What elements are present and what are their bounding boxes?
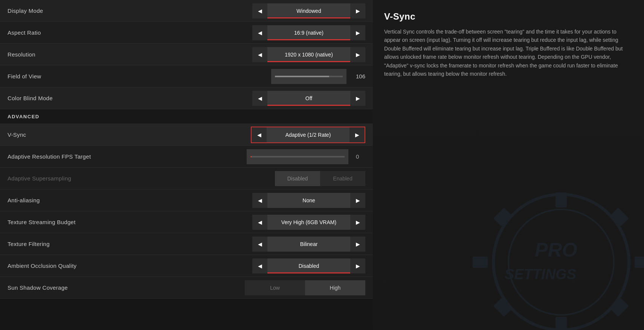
texture-streaming-value: Very High (6GB VRAM) — [267, 215, 350, 230]
color-blind-value: Off — [267, 91, 350, 106]
sun-shadow-row: Sun Shadow Coverage Low High — [0, 277, 373, 299]
adaptive-supersampling-control: Disabled Enabled — [245, 171, 365, 186]
svg-rect-5 — [635, 257, 644, 268]
aspect-ratio-next-btn[interactable]: ▶ — [350, 25, 365, 40]
aspect-ratio-row: Aspect Ratio ◀ 16:9 (native) ▶ — [0, 22, 373, 44]
vsync-prev-btn[interactable]: ◀ — [252, 127, 267, 142]
svg-point-0 — [493, 194, 629, 330]
fov-control: 106 — [245, 69, 365, 84]
ambient-occlusion-label: Ambient Occlusion Quality — [8, 263, 76, 269]
resolution-arrow-control: ◀ 1920 x 1080 (native) ▶ — [252, 47, 365, 62]
anti-aliasing-next-btn[interactable]: ▶ — [350, 193, 365, 208]
display-mode-arrow-control: ◀ Windowed ▶ — [252, 3, 365, 18]
info-panel: V-Sync Vertical Sync controls the trade-… — [373, 0, 644, 330]
aspect-ratio-value: 16:9 (native) — [267, 25, 350, 40]
adaptive-res-slider[interactable] — [247, 149, 348, 164]
svg-rect-2 — [555, 192, 567, 208]
ambient-occlusion-next-btn[interactable]: ▶ — [350, 258, 365, 273]
resolution-prev-btn[interactable]: ◀ — [252, 47, 267, 62]
arrow-left-icon: ◀ — [258, 197, 262, 203]
color-blind-next-btn[interactable]: ▶ — [350, 91, 365, 106]
svg-text:SETTINGS: SETTINGS — [505, 266, 576, 282]
advanced-section-header: ADVANCED — [0, 109, 373, 124]
adaptive-supersampling-label: Adaptive Supersampling — [8, 175, 71, 182]
fov-value: 106 — [350, 73, 365, 79]
arrow-right-icon: ▶ — [356, 30, 360, 36]
fov-row: Field of View 106 — [0, 66, 373, 87]
adaptive-supersampling-disabled-btn[interactable]: Disabled — [275, 171, 320, 186]
adaptive-res-label: Adaptive Resolution FPS Target — [8, 153, 91, 160]
color-blind-control: ◀ Off ▶ — [245, 91, 365, 106]
arrow-left-icon: ◀ — [258, 219, 262, 225]
resolution-control: ◀ 1920 x 1080 (native) ▶ — [245, 47, 365, 62]
pro-settings-watermark: PRO SETTINGS — [467, 187, 644, 330]
fov-track — [275, 76, 343, 77]
display-mode-control: ◀ Windowed ▶ — [245, 3, 365, 18]
adaptive-supersampling-row: Adaptive Supersampling Disabled Enabled — [0, 168, 373, 189]
svg-rect-7 — [610, 208, 629, 226]
texture-filtering-arrow-control: ◀ Bilinear ▶ — [252, 237, 365, 252]
ambient-occlusion-value: Disabled — [267, 258, 350, 273]
arrow-right-icon: ▶ — [356, 197, 360, 203]
ambient-occlusion-prev-btn[interactable]: ◀ — [252, 258, 267, 273]
texture-filtering-next-btn[interactable]: ▶ — [350, 237, 365, 252]
fov-label: Field of View — [8, 73, 41, 79]
color-blind-label: Color Blind Mode — [8, 95, 53, 101]
info-description: Vertical Sync controls the trade-off bet… — [384, 28, 633, 78]
anti-aliasing-value: None — [267, 193, 350, 208]
texture-streaming-label: Texture Streaming Budget — [8, 219, 76, 225]
advanced-section-label: ADVANCED — [8, 114, 40, 119]
arrow-left-icon: ◀ — [258, 52, 262, 58]
resolution-next-btn[interactable]: ▶ — [350, 47, 365, 62]
arrow-left-icon: ◀ — [257, 132, 261, 138]
arrow-right-icon: ▶ — [355, 132, 359, 138]
arrow-right-icon: ▶ — [356, 95, 360, 101]
arrow-left-icon: ◀ — [258, 263, 262, 269]
arrow-right-icon: ▶ — [356, 263, 360, 269]
resolution-label: Resolution — [8, 51, 35, 58]
svg-text:PRO: PRO — [535, 239, 577, 261]
texture-filtering-control: ◀ Bilinear ▶ — [245, 237, 365, 252]
vsync-row: V-Sync ◀ Adaptive (1/2 Rate) ▶ — [0, 124, 373, 146]
sun-shadow-high-btn[interactable]: High — [305, 280, 365, 295]
display-mode-next-btn[interactable]: ▶ — [350, 3, 365, 18]
sun-shadow-low-btn[interactable]: Low — [245, 280, 305, 295]
anti-aliasing-arrow-control: ◀ None ▶ — [252, 193, 365, 208]
texture-filtering-prev-btn[interactable]: ◀ — [252, 237, 267, 252]
arrow-left-icon: ◀ — [258, 241, 262, 247]
texture-streaming-row: Texture Streaming Budget ◀ Very High (6G… — [0, 211, 373, 233]
adaptive-res-fill — [250, 156, 252, 157]
display-mode-row: Display Mode ◀ Windowed ▶ — [0, 0, 373, 22]
texture-streaming-next-btn[interactable]: ▶ — [350, 215, 365, 230]
info-title: V-Sync — [384, 11, 633, 22]
vsync-control: ◀ Adaptive (1/2 Rate) ▶ — [245, 127, 365, 143]
vsync-arrow-control: ◀ Adaptive (1/2 Rate) ▶ — [251, 127, 365, 143]
anti-aliasing-control: ◀ None ▶ — [245, 193, 365, 208]
anti-aliasing-prev-btn[interactable]: ◀ — [252, 193, 267, 208]
aspect-ratio-arrow-control: ◀ 16:9 (native) ▶ — [252, 25, 365, 40]
svg-rect-8 — [493, 298, 512, 316]
vsync-next-btn[interactable]: ▶ — [349, 127, 365, 142]
texture-streaming-prev-btn[interactable]: ◀ — [252, 215, 267, 230]
ambient-occlusion-control: ◀ Disabled ▶ — [245, 258, 365, 273]
color-blind-arrow-control: ◀ Off ▶ — [252, 91, 365, 106]
sun-shadow-label: Sun Shadow Coverage — [8, 284, 68, 291]
adaptive-supersampling-enabled-btn[interactable]: Enabled — [320, 171, 365, 186]
color-blind-prev-btn[interactable]: ◀ — [252, 91, 267, 106]
aspect-ratio-control: ◀ 16:9 (native) ▶ — [245, 25, 365, 40]
adaptive-res-row: Adaptive Resolution FPS Target 0 — [0, 146, 373, 168]
aspect-ratio-prev-btn[interactable]: ◀ — [252, 25, 267, 40]
aspect-ratio-label: Aspect Ratio — [8, 29, 41, 36]
color-blind-row: Color Blind Mode ◀ Off ▶ — [0, 87, 373, 109]
arrow-right-icon: ▶ — [356, 219, 360, 225]
settings-panel: Display Mode ◀ Windowed ▶ Aspect Ratio ◀… — [0, 0, 373, 330]
fov-slider[interactable] — [271, 69, 346, 84]
display-mode-prev-btn[interactable]: ◀ — [252, 3, 267, 18]
arrow-left-icon: ◀ — [258, 8, 262, 14]
arrow-right-icon: ▶ — [356, 8, 360, 14]
arrow-right-icon: ▶ — [356, 241, 360, 247]
anti-aliasing-label: Anti-aliasing — [8, 197, 40, 203]
display-mode-label: Display Mode — [8, 8, 43, 14]
texture-streaming-arrow-control: ◀ Very High (6GB VRAM) ▶ — [252, 215, 365, 230]
sun-shadow-control: Low High — [245, 280, 365, 295]
